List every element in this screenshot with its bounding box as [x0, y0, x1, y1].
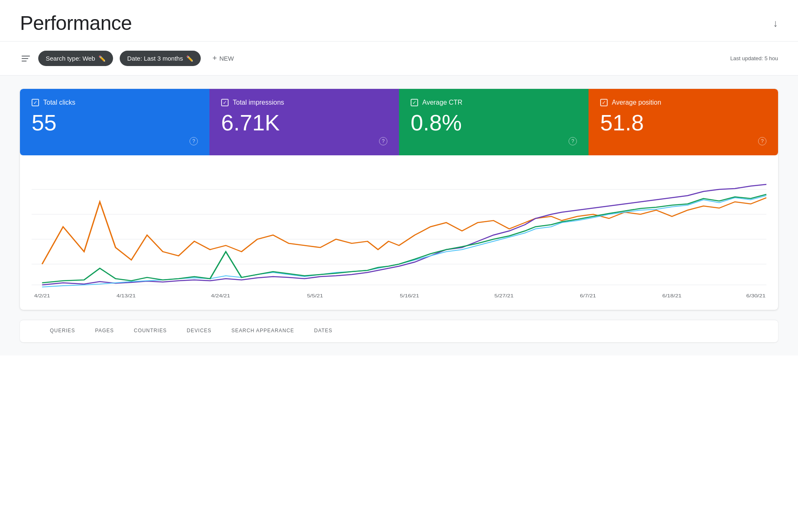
metric-header-impressions: Total impressions [221, 99, 387, 106]
metric-footer-impressions: ? [221, 137, 387, 145]
metric-footer-clicks: ? [32, 137, 198, 145]
metric-value-impressions: 6.71K [221, 111, 387, 134]
help-icon-clicks[interactable]: ? [190, 137, 198, 145]
metric-cards: Total clicks 55 ? Total impressions [20, 89, 778, 155]
metric-checkbox-impressions[interactable] [221, 99, 229, 106]
page-container: Performance ↓ Search type: Web ✏️ Date: … [0, 0, 798, 532]
download-icon[interactable]: ↓ [773, 17, 778, 29]
svg-text:5/27/21: 5/27/21 [494, 293, 513, 298]
chart-grid [32, 189, 766, 285]
chart-svg-wrapper: 4/2/21 4/13/21 4/24/21 5/5/21 5/16/21 5/… [32, 169, 766, 302]
svg-text:5/5/21: 5/5/21 [307, 293, 323, 298]
chart-container: 4/2/21 4/13/21 4/24/21 5/5/21 5/16/21 5/… [20, 155, 778, 310]
edit-icon-2: ✏️ [186, 55, 193, 62]
metric-label-clicks: Total clicks [43, 99, 75, 106]
metric-label-ctr: Average CTR [422, 99, 463, 106]
date-filter[interactable]: Date: Last 3 months ✏️ [120, 51, 201, 66]
metric-card-impressions[interactable]: Total impressions 6.71K ? [209, 89, 399, 155]
svg-text:4/13/21: 4/13/21 [116, 293, 135, 298]
metric-card-clicks[interactable]: Total clicks 55 ? [20, 89, 209, 155]
svg-text:6/7/21: 6/7/21 [580, 293, 596, 298]
new-button[interactable]: + NEW [207, 50, 239, 67]
plus-icon: + [212, 54, 217, 63]
tab-search-appearance[interactable]: SEARCH APPEARANCE [222, 320, 304, 342]
tab-countries[interactable]: COUNTRIES [124, 320, 177, 342]
filter-icon[interactable] [20, 54, 32, 63]
metric-label-position: Average position [612, 99, 661, 106]
svg-text:6/30/21: 6/30/21 [746, 293, 766, 298]
metric-footer-ctr: ? [411, 137, 577, 145]
tab-dates[interactable]: DATES [304, 320, 342, 342]
tab-pages[interactable]: PAGES [85, 320, 124, 342]
main-content: Total clicks 55 ? Total impressions [0, 76, 798, 355]
metric-checkbox-clicks[interactable] [32, 99, 39, 106]
search-type-filter[interactable]: Search type: Web ✏️ [38, 51, 113, 66]
tab-queries[interactable]: QUERIES [40, 320, 85, 342]
chart-x-axis: 4/2/21 4/13/21 4/24/21 5/5/21 5/16/21 5/… [34, 293, 766, 298]
metric-value-ctr: 0.8% [411, 111, 577, 134]
toolbar: Search type: Web ✏️ Date: Last 3 months … [0, 42, 798, 76]
performance-panel: Total clicks 55 ? Total impressions [20, 89, 778, 310]
metric-header-position: Average position [600, 99, 766, 106]
edit-icon: ✏️ [99, 55, 106, 62]
metric-label-impressions: Total impressions [233, 99, 284, 106]
metric-value-position: 51.8 [600, 111, 766, 134]
svg-text:6/18/21: 6/18/21 [663, 293, 682, 298]
header-actions: ↓ [773, 17, 778, 29]
metric-value-clicks: 55 [32, 111, 198, 134]
svg-text:4/2/21: 4/2/21 [34, 293, 50, 298]
chart-line-orange [42, 198, 766, 264]
tab-devices[interactable]: DEVICES [177, 320, 221, 342]
new-button-label: NEW [219, 55, 234, 62]
metric-checkbox-ctr[interactable] [411, 99, 418, 106]
metric-header-ctr: Average CTR [411, 99, 577, 106]
chart-line-purple [42, 184, 766, 285]
search-type-label: Search type: Web [46, 55, 95, 62]
header: Performance ↓ [0, 0, 798, 42]
page-title: Performance [20, 12, 132, 34]
date-label: Date: Last 3 months [127, 55, 183, 62]
help-icon-position[interactable]: ? [758, 137, 766, 145]
help-icon-impressions[interactable]: ? [379, 137, 387, 145]
help-icon-ctr[interactable]: ? [569, 137, 577, 145]
svg-text:5/16/21: 5/16/21 [400, 293, 419, 298]
metric-card-position[interactable]: Average position 51.8 ? [589, 89, 778, 155]
last-updated-text: Last updated: 5 hou [730, 55, 778, 61]
chart-svg: 4/2/21 4/13/21 4/24/21 5/5/21 5/16/21 5/… [32, 169, 766, 302]
metric-footer-position: ? [600, 137, 766, 145]
metric-checkbox-position[interactable] [600, 99, 608, 106]
chart-line-blue [42, 196, 766, 287]
svg-text:4/24/21: 4/24/21 [211, 293, 230, 298]
metric-header-clicks: Total clicks [32, 99, 198, 106]
bottom-tabs: QUERIES PAGES COUNTRIES DEVICES SEARCH A… [20, 320, 778, 342]
metric-card-ctr[interactable]: Average CTR 0.8% ? [399, 89, 589, 155]
